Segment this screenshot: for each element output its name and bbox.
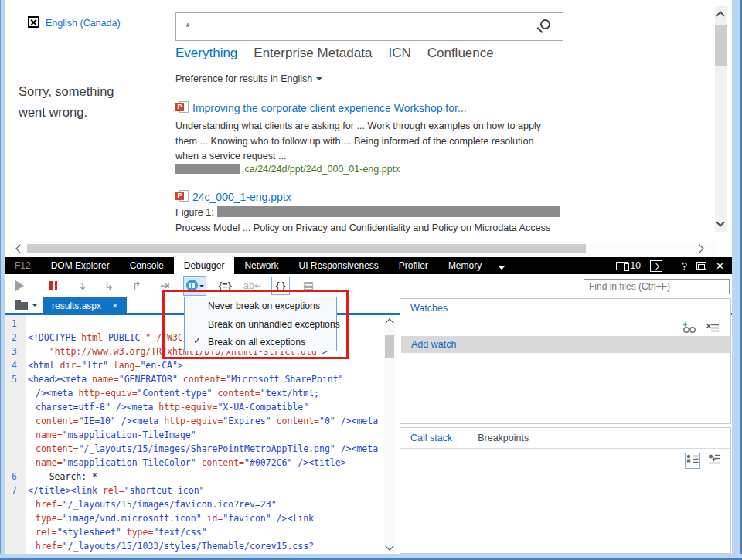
step-out-button[interactable]: ↱ — [128, 277, 146, 295]
search-scope-tab[interactable]: Everything — [175, 46, 237, 61]
word-wrap-button[interactable]: ab↵ — [243, 277, 262, 295]
search-scope-tabs: EverythingEnterprise MetadataICNConfluen… — [175, 46, 494, 61]
callstack-panel-tab[interactable]: Call stack — [410, 433, 452, 443]
step-over-button[interactable]: ↴ — [72, 277, 90, 295]
code-line: rel="stylesheet" type="text/css" — [5, 525, 385, 539]
clear-watches-icon[interactable] — [704, 320, 721, 334]
devtools-tab[interactable]: Debugger — [174, 257, 235, 274]
code-line: /><meta http-equiv="Content-type" conten… — [5, 386, 385, 400]
scroll-down-icon[interactable] — [385, 541, 393, 550]
search-box — [175, 12, 563, 41]
error-message: Sorry, something went wrong. — [19, 81, 114, 123]
code-line: 5<head><meta name="GENERATOR" content="M… — [5, 372, 385, 386]
code-line: href="/_layouts/15/images/favicon.ico?re… — [5, 497, 385, 511]
horizontal-scrollbar[interactable] — [5, 242, 715, 256]
devtools-tab[interactable]: Network — [234, 257, 288, 274]
broken-image-icon — [28, 16, 39, 28]
devtools-tab[interactable]: Memory — [438, 257, 492, 274]
document-mode-value: 10 — [631, 260, 641, 271]
scrollbar-thumb[interactable] — [715, 25, 727, 66]
divider — [672, 260, 672, 271]
break-button[interactable] — [44, 277, 63, 295]
result-snippet: Figure 1: Process Model ... Policy on Pr… — [175, 205, 560, 236]
code-line: name="msapplication-TileImage" — [5, 428, 385, 442]
emulation-target-button[interactable]: 10 — [616, 260, 641, 271]
result-snippet: Understanding what clients are asking fo… — [175, 119, 541, 165]
file-tab[interactable]: results.aspx × — [43, 297, 127, 314]
overflow-chevron-icon[interactable] — [498, 266, 505, 273]
window-border-bottom — [0, 554, 742, 560]
scroll-left-icon[interactable] — [15, 244, 24, 253]
devtools-tab[interactable]: Console — [120, 257, 174, 274]
powerpoint-file-icon: P — [175, 190, 189, 202]
code-line: name="msapplication-TileColor" content="… — [5, 456, 385, 470]
devtools-tab[interactable]: UI Responsiveness — [288, 257, 388, 274]
callstack-panel-tab[interactable]: Breakpoints — [478, 433, 529, 443]
folder-icon[interactable] — [15, 302, 28, 310]
search-icon[interactable] — [540, 19, 550, 29]
callstack-panel: Call stackBreakpoints — [400, 427, 731, 554]
chevron-down-icon[interactable] — [32, 304, 37, 309]
code-line: 7</title><link rel="shortcut icon" — [5, 484, 385, 497]
redaction-box — [217, 206, 560, 217]
result-title[interactable]: Improving the corporate client experienc… — [192, 102, 467, 114]
checkmark-icon: ✓ — [193, 335, 201, 346]
devtools-tab[interactable]: Profiler — [389, 257, 438, 274]
watches-panel: Watches Add watch — [400, 298, 731, 424]
code-lines: 12<!DOCTYPE html PUBLIC "-//W3C//DTD XHT… — [5, 317, 385, 553]
close-tab-icon[interactable]: × — [112, 300, 118, 311]
add-watch-row[interactable]: Add watch — [401, 336, 730, 353]
code-line: content="IE=10" /><meta http-equiv="Expi… — [5, 414, 385, 428]
divider — [400, 448, 730, 449]
pretty-print-button[interactable]: {=} — [216, 277, 234, 295]
result-title[interactable]: 24c_000_1-eng.pptx — [192, 191, 291, 203]
file-tab-label: results.aspx — [52, 300, 101, 311]
search-scope-tab[interactable]: Enterprise Metadata — [254, 46, 372, 61]
break-on-first-statement-icon[interactable] — [707, 453, 721, 468]
exception-menu-item[interactable]: Break on unhandled exceptions — [185, 316, 336, 334]
search-input[interactable] — [179, 15, 519, 38]
chevron-down-icon — [199, 285, 204, 290]
vertical-scrollbar[interactable] — [715, 6, 727, 232]
code-line: href="/_layouts/15/1033/styles/Themable/… — [5, 539, 385, 553]
continue-button[interactable] — [15, 280, 29, 291]
break-on-exceptions-button[interactable] — [183, 276, 206, 296]
devtools-tab[interactable]: DOM Explorer — [41, 257, 120, 274]
close-devtools-button[interactable]: ✕ — [716, 260, 724, 272]
scroll-up-icon[interactable] — [716, 11, 724, 19]
search-scope-tab[interactable]: ICN — [388, 46, 410, 61]
exception-dropdown-menu: Never break on exceptionsBreak on unhand… — [184, 297, 337, 351]
window-border-left — [0, 0, 5, 560]
find-in-files-input[interactable] — [584, 279, 730, 294]
search-scope-tab[interactable]: Confluence — [427, 46, 494, 61]
scrollbar-thumb[interactable] — [27, 244, 586, 253]
chevron-down-icon — [316, 77, 322, 83]
code-line: content="/_layouts/15/images/SharePointM… — [5, 442, 385, 456]
devtools-tab[interactable]: F12 — [5, 257, 41, 274]
add-watch-icon[interactable] — [680, 320, 697, 334]
show-library-frames-icon[interactable] — [685, 453, 700, 469]
exception-menu-item[interactable]: Never break on exceptions — [185, 297, 336, 316]
scroll-up-icon[interactable] — [385, 318, 393, 327]
help-button[interactable]: ? — [682, 260, 687, 272]
exception-menu-item[interactable]: Break on all exceptions — [185, 334, 336, 352]
break-on-new-worker-button[interactable]: ⇥ — [155, 277, 174, 295]
result-language-preference[interactable]: Preference for results in English — [175, 73, 322, 84]
step-into-button[interactable]: ↳ — [100, 277, 118, 295]
exception-pause-icon — [186, 280, 198, 291]
scrollbar-thumb[interactable] — [385, 335, 394, 358]
just-my-code-button[interactable]: { } — [271, 277, 290, 295]
show-console-button[interactable] — [650, 260, 662, 272]
code-line: 6 Search: * — [5, 470, 385, 484]
redaction-box — [175, 164, 240, 174]
editor-scrollbar[interactable] — [384, 315, 395, 554]
dock-button[interactable] — [696, 262, 706, 270]
language-link[interactable]: English (Canada) — [46, 18, 121, 29]
code-line: charset=utf-8" /><meta http-equiv="X-UA-… — [5, 400, 385, 414]
monitor-icon — [616, 262, 628, 270]
scroll-right-icon[interactable] — [695, 244, 703, 253]
scroll-down-icon[interactable] — [716, 218, 724, 226]
window-border-right — [732, 0, 742, 560]
source-maps-button[interactable]: ▤ — [299, 277, 318, 295]
code-line: type="image/vnd.microsoft.icon" id="favi… — [5, 511, 385, 525]
